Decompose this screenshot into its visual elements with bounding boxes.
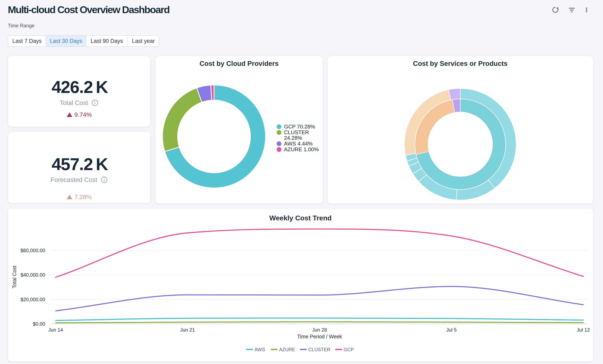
svg-text:Jun 21: Jun 21 <box>180 327 195 333</box>
svg-text:Jul 5: Jul 5 <box>446 327 457 333</box>
svg-text:Jul 12: Jul 12 <box>577 327 590 333</box>
svg-text:$60,000.00: $60,000.00 <box>21 248 45 253</box>
svg-text:Time Period / Week: Time Period / Week <box>297 334 342 339</box>
svg-text:CLUSTER: CLUSTER <box>308 347 330 352</box>
svg-text:Jun 14: Jun 14 <box>48 327 63 333</box>
svg-text:Weekly Cost Trend: Weekly Cost Trend <box>269 214 332 222</box>
svg-text:AZURE: AZURE <box>279 347 295 352</box>
svg-text:$0.00: $0.00 <box>33 321 45 327</box>
svg-text:$40,000.00: $40,000.00 <box>21 272 45 278</box>
svg-text:$20,000.00: $20,000.00 <box>21 297 45 302</box>
svg-text:Total Cost: Total Cost <box>12 265 17 288</box>
svg-text:Jun 28: Jun 28 <box>312 327 327 333</box>
svg-text:GCP: GCP <box>344 347 354 352</box>
svg-text:AWS: AWS <box>255 347 265 352</box>
